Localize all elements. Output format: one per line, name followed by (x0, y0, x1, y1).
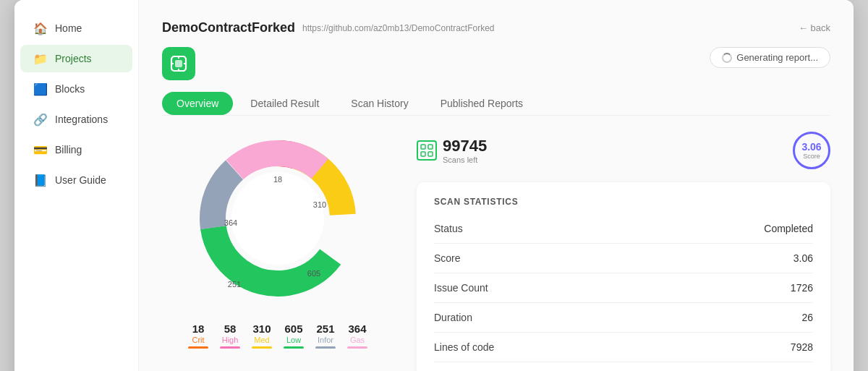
stats-value-issue-count: 1726 (643, 273, 813, 303)
sidebar-item-label: Projects (55, 53, 92, 64)
scan-stats-title: SCAN STATISTICS (434, 197, 813, 207)
sidebar-item-billing[interactable]: 💳 Billing (20, 136, 132, 163)
scan-statistics-card: SCAN STATISTICS Status Completed Score 3… (417, 182, 830, 371)
logo-svg (169, 54, 189, 74)
scans-text: Scans left (443, 155, 487, 164)
header-left: DemoContractForked https://github.com/az… (162, 20, 495, 35)
chart-label-crit: 18 Crit (188, 323, 208, 349)
app-window: 🏠 Home 📁 Projects 🟦 Blocks 🔗 Integration… (14, 0, 854, 371)
stats-label-score: Score (434, 244, 643, 273)
score-label: Score (803, 153, 820, 160)
tab-detailed-result[interactable]: Detailed Result (236, 92, 333, 115)
tab-published-reports[interactable]: Published Reports (426, 92, 537, 115)
svg-rect-8 (421, 152, 425, 156)
tabs-bar: Overview Detailed Result Scan History Pu… (162, 92, 830, 116)
project-title: DemoContractForked (162, 20, 295, 35)
sidebar-item-label: Billing (55, 144, 82, 155)
billing-icon: 💳 (33, 142, 48, 157)
sidebar-item-integrations[interactable]: 🔗 Integrations (20, 106, 132, 133)
scans-count-block: 99745 Scans left (443, 137, 487, 164)
bar-low (284, 346, 304, 349)
stats-label-lines-of-code: Lines of code (434, 333, 643, 362)
chart-labels: 18 Crit 58 High 310 Med (188, 323, 367, 349)
sidebar: 🏠 Home 📁 Projects 🟦 Blocks 🔗 Integration… (14, 0, 139, 371)
bar-med (252, 346, 272, 349)
donut-center (231, 172, 324, 265)
scans-left-block: 99745 Scans left (417, 137, 487, 164)
logo-generating-row: Generating report... (162, 47, 830, 92)
project-url: https://github.com/az0mb13/DemoContractF… (302, 23, 494, 33)
stats-value-lines-of-code: 7928 (643, 333, 813, 362)
projects-icon: 📁 (33, 51, 48, 66)
sidebar-item-user-guide[interactable]: 📘 User Guide (20, 166, 132, 194)
stats-table: Status Completed Score 3.06 Issue Count … (434, 214, 813, 362)
header-row: DemoContractForked https://github.com/az… (162, 20, 830, 35)
sidebar-item-label: Integrations (55, 114, 108, 125)
back-link[interactable]: ← back (799, 22, 830, 33)
chart-label-high: 58 High (220, 323, 240, 349)
sidebar-item-label: User Guide (55, 174, 106, 186)
bar-infor (315, 346, 336, 349)
label-gas-364: 364 (224, 218, 237, 227)
main-content: DemoContractForked https://github.com/az… (139, 0, 854, 371)
sidebar-item-projects[interactable]: 📁 Projects (20, 45, 132, 72)
stats-row-score: Score 3.06 (434, 244, 813, 273)
stats-value-score: 3.06 (643, 244, 813, 273)
integrations-icon: 🔗 (33, 112, 48, 127)
stats-section: 99745 Scans left 3.06 Score SCAN STATIST… (417, 132, 830, 371)
chart-label-gas: 364 Gas (347, 323, 367, 349)
stats-label-status: Status (434, 214, 643, 244)
stats-row-lines-of-code: Lines of code 7928 (434, 333, 813, 362)
label-med-310: 310 (313, 200, 326, 209)
score-circle: 3.06 Score (793, 132, 830, 169)
label-infor-251: 251 (228, 280, 241, 289)
stats-label-duration: Duration (434, 303, 643, 333)
label-crit-18: 18 (273, 175, 282, 184)
scans-count: 99745 (443, 137, 487, 155)
stats-value-status: Completed (643, 214, 813, 244)
svg-rect-9 (428, 152, 433, 156)
stats-row-duration: Duration 26 (434, 303, 813, 333)
bar-gas (347, 346, 367, 349)
tab-scan-history[interactable]: Scan History (336, 92, 422, 115)
bar-crit (188, 346, 208, 349)
chart-label-low: 605 Low (284, 323, 304, 349)
stats-label-issue-count: Issue Count (434, 273, 643, 303)
sidebar-item-home[interactable]: 🏠 Home (20, 14, 132, 42)
scans-icon (417, 140, 437, 161)
chart-section: 18 310 605 251 364 18 Crit 58 (162, 132, 393, 349)
score-value: 3.06 (801, 141, 821, 153)
stats-value-duration: 26 (643, 303, 813, 333)
home-icon: 🏠 (33, 21, 48, 35)
sidebar-item-blocks[interactable]: 🟦 Blocks (20, 75, 132, 103)
generating-report-button[interactable]: Generating report... (710, 47, 830, 68)
svg-rect-7 (428, 145, 433, 149)
chart-label-med: 310 Med (252, 323, 272, 349)
scans-score-row: 99745 Scans left 3.06 Score (417, 132, 830, 169)
user-guide-icon: 📘 (33, 173, 48, 187)
label-low-605: 605 (307, 269, 320, 278)
svg-rect-6 (421, 145, 425, 149)
tab-overview[interactable]: Overview (162, 92, 233, 115)
content-area: 18 310 605 251 364 18 Crit 58 (162, 132, 830, 371)
scan-target-icon (420, 144, 433, 157)
blocks-icon: 🟦 (33, 82, 48, 96)
donut-svg: 18 310 605 251 364 (191, 132, 365, 305)
stats-row-issue-count: Issue Count 1726 (434, 273, 813, 303)
bar-high (220, 346, 240, 349)
sidebar-item-label: Blocks (55, 83, 85, 95)
spinner-icon (722, 53, 732, 63)
sidebar-item-label: Home (55, 22, 82, 34)
chart-label-infor: 251 Infor (315, 323, 336, 349)
stats-row-status: Status Completed (434, 214, 813, 244)
svg-rect-1 (175, 60, 182, 67)
project-logo (162, 47, 195, 80)
donut-chart: 18 310 605 251 364 (191, 132, 365, 305)
generating-label: Generating report... (736, 52, 818, 63)
